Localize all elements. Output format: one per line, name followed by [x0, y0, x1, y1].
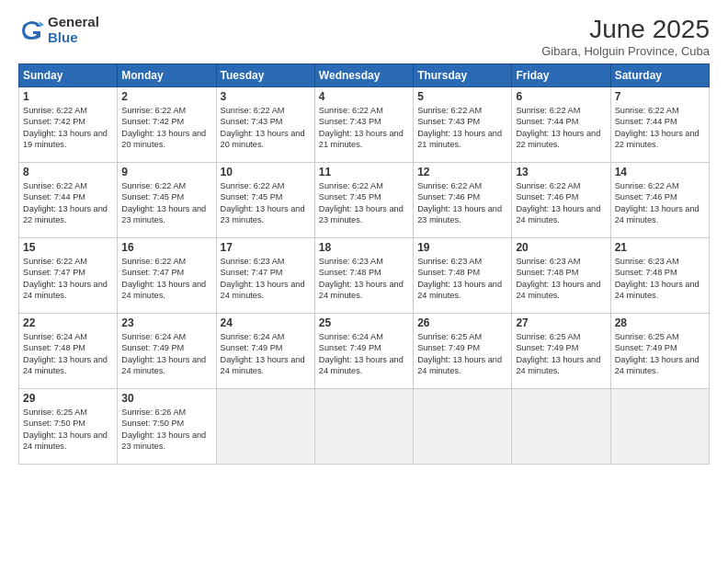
week-1: 1 Sunrise: 6:22 AMSunset: 7:42 PMDayligh…: [19, 87, 710, 163]
day-12: 12 Sunrise: 6:22 AMSunset: 7:46 PMDaylig…: [414, 163, 512, 238]
logo-text: General Blue: [48, 15, 99, 45]
day-26: 26 Sunrise: 6:25 AMSunset: 7:49 PMDaylig…: [414, 314, 512, 389]
calendar-header-row: Sunday Monday Tuesday Wednesday Thursday…: [19, 64, 710, 87]
col-monday: Monday: [118, 64, 216, 87]
calendar-table: Sunday Monday Tuesday Wednesday Thursday…: [18, 63, 710, 465]
day-5: 5 Sunrise: 6:22 AMSunset: 7:43 PMDayligh…: [414, 87, 512, 163]
day-14: 14 Sunrise: 6:22 AMSunset: 7:46 PMDaylig…: [610, 163, 709, 238]
day-6: 6 Sunrise: 6:22 AMSunset: 7:44 PMDayligh…: [512, 87, 610, 163]
col-thursday: Thursday: [414, 64, 512, 87]
day-2: 2 Sunrise: 6:22 AMSunset: 7:42 PMDayligh…: [118, 87, 216, 163]
day-29: 29 Sunrise: 6:25 AMSunset: 7:50 PMDaylig…: [19, 389, 118, 465]
week-3: 15 Sunrise: 6:22 AMSunset: 7:47 PMDaylig…: [19, 238, 710, 314]
week-4: 22 Sunrise: 6:24 AMSunset: 7:48 PMDaylig…: [19, 314, 710, 389]
logo-general-text: General: [48, 15, 99, 30]
empty-cell-4: [512, 389, 610, 465]
day-9: 9 Sunrise: 6:22 AMSunset: 7:45 PMDayligh…: [118, 163, 216, 238]
header: General Blue June 2025 Gibara, Holguin P…: [18, 15, 710, 58]
day-23: 23 Sunrise: 6:24 AMSunset: 7:49 PMDaylig…: [118, 314, 216, 389]
day-19: 19 Sunrise: 6:23 AMSunset: 7:48 PMDaylig…: [414, 238, 512, 314]
day-20: 20 Sunrise: 6:23 AMSunset: 7:48 PMDaylig…: [512, 238, 610, 314]
day-25: 25 Sunrise: 6:24 AMSunset: 7:49 PMDaylig…: [314, 314, 413, 389]
title-section: June 2025 Gibara, Holguin Province, Cuba: [541, 15, 710, 58]
day-7: 7 Sunrise: 6:22 AMSunset: 7:44 PMDayligh…: [610, 87, 709, 163]
day-10: 10 Sunrise: 6:22 AMSunset: 7:45 PMDaylig…: [216, 163, 314, 238]
col-wednesday: Wednesday: [314, 64, 413, 87]
day-13: 13 Sunrise: 6:22 AMSunset: 7:46 PMDaylig…: [512, 163, 610, 238]
empty-cell-3: [414, 389, 512, 465]
col-tuesday: Tuesday: [216, 64, 314, 87]
logo: General Blue: [18, 15, 99, 45]
day-3: 3 Sunrise: 6:22 AMSunset: 7:43 PMDayligh…: [216, 87, 314, 163]
logo-icon: [18, 17, 44, 43]
day-17: 17 Sunrise: 6:23 AMSunset: 7:47 PMDaylig…: [216, 238, 314, 314]
day-21: 21 Sunrise: 6:23 AMSunset: 7:48 PMDaylig…: [610, 238, 709, 314]
day-30: 30 Sunrise: 6:26 AMSunset: 7:50 PMDaylig…: [118, 389, 216, 465]
empty-cell-1: [216, 389, 314, 465]
col-sunday: Sunday: [19, 64, 118, 87]
day-15: 15 Sunrise: 6:22 AMSunset: 7:47 PMDaylig…: [19, 238, 118, 314]
day-8: 8 Sunrise: 6:22 AMSunset: 7:44 PMDayligh…: [19, 163, 118, 238]
location-subtitle: Gibara, Holguin Province, Cuba: [541, 44, 710, 58]
week-5: 29 Sunrise: 6:25 AMSunset: 7:50 PMDaylig…: [19, 389, 710, 465]
month-title: June 2025: [541, 15, 710, 44]
logo-blue-text: Blue: [48, 30, 99, 46]
day-1: 1 Sunrise: 6:22 AMSunset: 7:42 PMDayligh…: [19, 87, 118, 163]
day-27: 27 Sunrise: 6:25 AMSunset: 7:49 PMDaylig…: [512, 314, 610, 389]
empty-cell-2: [314, 389, 413, 465]
day-24: 24 Sunrise: 6:24 AMSunset: 7:49 PMDaylig…: [216, 314, 314, 389]
day-4: 4 Sunrise: 6:22 AMSunset: 7:43 PMDayligh…: [314, 87, 413, 163]
day-28: 28 Sunrise: 6:25 AMSunset: 7:49 PMDaylig…: [610, 314, 709, 389]
col-saturday: Saturday: [610, 64, 709, 87]
empty-cell-5: [610, 389, 709, 465]
col-friday: Friday: [512, 64, 610, 87]
day-16: 16 Sunrise: 6:22 AMSunset: 7:47 PMDaylig…: [118, 238, 216, 314]
day-18: 18 Sunrise: 6:23 AMSunset: 7:48 PMDaylig…: [314, 238, 413, 314]
week-2: 8 Sunrise: 6:22 AMSunset: 7:44 PMDayligh…: [19, 163, 710, 238]
day-11: 11 Sunrise: 6:22 AMSunset: 7:45 PMDaylig…: [314, 163, 413, 238]
page: General Blue June 2025 Gibara, Holguin P…: [0, 0, 728, 563]
day-22: 22 Sunrise: 6:24 AMSunset: 7:48 PMDaylig…: [19, 314, 118, 389]
